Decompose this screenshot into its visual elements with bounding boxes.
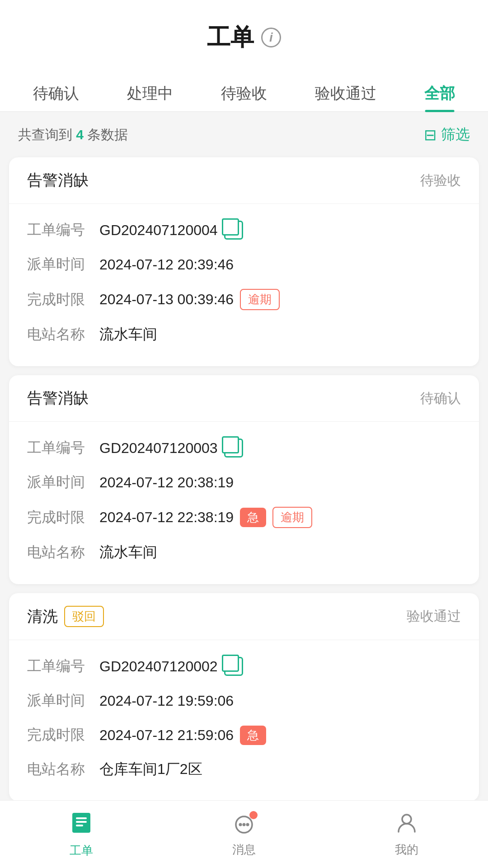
dispatch-time-row: 派单时间 2024-07-12 20:38:19 — [27, 465, 461, 500]
bottom-nav: 工单 消息 我的 — [0, 800, 488, 868]
summary-bar: 共查询到 4 条数据 ⊟ 筛选 — [0, 112, 488, 157]
card-header: 告警消缺 待确认 — [9, 375, 479, 422]
card-body: 工单编号 GD202407120002 派单时间 2024-07-12 19:5… — [9, 640, 479, 801]
summary-text: 共查询到 4 条数据 — [18, 126, 128, 144]
nav-label-messages: 消息 — [232, 842, 256, 858]
nav-label-workorder: 工单 — [70, 843, 93, 859]
deadline-row: 完成时限 2024-07-13 00:39:46 逾期 — [27, 282, 461, 317]
nav-item-mine[interactable]: 我的 — [325, 801, 488, 868]
card-header: 告警消缺 待验收 — [9, 157, 479, 204]
copy-icon[interactable] — [224, 657, 243, 676]
svg-rect-1 — [76, 817, 87, 819]
copy-icon[interactable] — [224, 439, 243, 458]
nav-item-workorder[interactable]: 工单 — [0, 801, 163, 868]
tab-all[interactable]: 全部 — [415, 76, 464, 111]
table-row[interactable]: 清洗 驳回 验收通过 工单编号 GD202407120002 派单时间 2024… — [9, 593, 479, 801]
rejected-badge: 驳回 — [64, 606, 104, 627]
urgent-badge: 急 — [240, 508, 266, 527]
svg-rect-2 — [76, 821, 87, 823]
card-status: 验收通过 — [407, 607, 461, 626]
table-row[interactable]: 告警消缺 待确认 工单编号 GD202407120003 派单时间 2024-0… — [9, 375, 479, 584]
nav-item-messages[interactable]: 消息 — [163, 801, 325, 868]
tab-processing[interactable]: 处理中 — [118, 76, 182, 111]
filter-icon: ⊟ — [424, 126, 436, 144]
card-body: 工单编号 GD202407120004 派单时间 2024-07-12 20:3… — [9, 204, 479, 366]
header: 工单 i — [0, 0, 488, 67]
order-no-row: 工单编号 GD202407120002 — [27, 649, 461, 684]
card-type: 清洗 驳回 — [27, 606, 104, 627]
deadline-row: 完成时限 2024-07-12 22:38:19 急 逾期 — [27, 500, 461, 535]
info-icon[interactable]: i — [261, 28, 281, 47]
copy-icon[interactable] — [224, 221, 243, 240]
svg-point-8 — [402, 815, 411, 824]
card-type: 告警消缺 — [27, 170, 89, 191]
page-title: 工单 i — [207, 22, 281, 53]
summary-count: 4 — [76, 127, 84, 142]
station-row: 电站名称 流水车间 — [27, 317, 461, 352]
overdue-badge: 逾期 — [272, 507, 312, 528]
card-list: 告警消缺 待验收 工单编号 GD202407120004 派单时间 2024-0… — [0, 157, 488, 868]
filter-button[interactable]: ⊟ 筛选 — [424, 125, 470, 145]
station-row: 电站名称 流水车间 — [27, 535, 461, 570]
station-row: 电站名称 仓库车间1厂2区 — [27, 752, 461, 787]
urgent-badge: 急 — [240, 726, 266, 745]
tab-pending-confirm[interactable]: 待确认 — [24, 76, 88, 111]
deadline-row: 完成时限 2024-07-12 21:59:06 急 — [27, 718, 461, 752]
svg-rect-3 — [76, 825, 83, 826]
workorder-icon — [69, 810, 94, 839]
card-status: 待确认 — [420, 389, 461, 408]
card-body: 工单编号 GD202407120003 派单时间 2024-07-12 20:3… — [9, 422, 479, 584]
overdue-badge: 逾期 — [240, 289, 280, 310]
notification-dot — [249, 811, 258, 819]
nav-label-mine: 我的 — [395, 842, 418, 858]
card-header: 清洗 驳回 验收通过 — [9, 593, 479, 640]
tab-pending-accept[interactable]: 待验收 — [212, 76, 276, 111]
dispatch-time-row: 派单时间 2024-07-12 19:59:06 — [27, 684, 461, 718]
table-row[interactable]: 告警消缺 待验收 工单编号 GD202407120004 派单时间 2024-0… — [9, 157, 479, 366]
tab-accepted[interactable]: 验收通过 — [306, 76, 385, 111]
tab-bar: 待确认 处理中 待验收 验收通过 全部 — [0, 67, 488, 112]
message-icon-wrapper — [232, 811, 256, 838]
person-icon — [395, 811, 418, 838]
svg-point-5 — [239, 823, 242, 826]
order-no-row: 工单编号 GD202407120003 — [27, 431, 461, 465]
card-status: 待验收 — [420, 171, 461, 190]
svg-point-7 — [246, 823, 249, 826]
dispatch-time-row: 派单时间 2024-07-12 20:39:46 — [27, 247, 461, 282]
svg-point-6 — [243, 823, 246, 826]
order-no-row: 工单编号 GD202407120004 — [27, 213, 461, 247]
card-type: 告警消缺 — [27, 388, 89, 409]
